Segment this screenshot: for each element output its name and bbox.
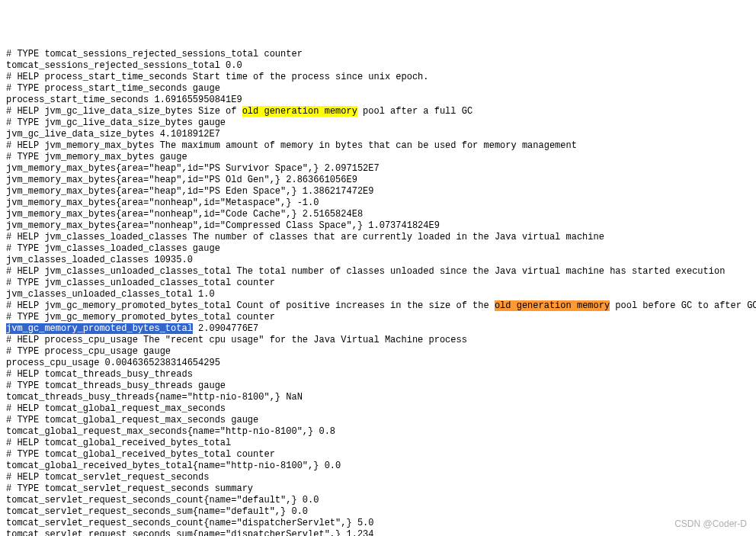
text-segment: process_start_time_seconds 1.69165595084… xyxy=(6,95,242,105)
text-line: # TYPE process_start_time_seconds gauge xyxy=(6,83,750,95)
text-segment: # TYPE tomcat_sessions_rejected_sessions… xyxy=(6,49,303,59)
text-line: process_start_time_seconds 1.69165595084… xyxy=(6,95,750,106)
text-line: # HELP tomcat_global_received_bytes_tota… xyxy=(6,438,750,449)
text-segment: # HELP tomcat_threads_busy_threads xyxy=(6,369,193,380)
text-segment: jvm_classes_unloaded_classes_total 1.0 xyxy=(6,289,215,300)
text-line: jvm_memory_max_bytes{area="heap",id="PS … xyxy=(6,186,750,197)
text-segment: # HELP process_start_time_seconds Start … xyxy=(6,72,429,82)
text-line: jvm_memory_max_bytes{area="nonheap",id="… xyxy=(6,209,750,220)
text-segment: jvm_memory_max_bytes{area="nonheap",id="… xyxy=(6,197,319,208)
text-line: jvm_gc_live_data_size_bytes 4.1018912E7 xyxy=(6,129,750,140)
text-segment: process_cpu_usage 0.0046365238314654295 xyxy=(6,358,220,368)
text-line: jvm_classes_unloaded_classes_total 1.0 xyxy=(6,289,750,300)
text-segment: # HELP jvm_memory_max_bytes The maximum … xyxy=(6,140,577,151)
text-segment: 2.0904776E7 xyxy=(193,323,258,334)
text-segment: # HELP jvm_gc_live_data_size_bytes Size … xyxy=(6,106,242,117)
text-line: # TYPE tomcat_global_request_max_seconds… xyxy=(6,415,750,426)
text-segment: # TYPE jvm_gc_live_data_size_bytes gauge xyxy=(6,117,226,128)
text-segment: # TYPE jvm_classes_loaded_classes gauge xyxy=(6,243,220,254)
text-line: jvm_memory_max_bytes{area="nonheap",id="… xyxy=(6,220,750,232)
text-line: jvm_memory_max_bytes{area="nonheap",id="… xyxy=(6,197,750,209)
text-segment: pool before GC to after GC xyxy=(610,300,756,311)
text-segment: # HELP tomcat_global_request_max_seconds xyxy=(6,403,226,414)
text-line: # HELP jvm_gc_live_data_size_bytes Size … xyxy=(6,106,750,117)
text-line: # HELP jvm_gc_memory_promoted_bytes_tota… xyxy=(6,300,750,312)
text-segment: # HELP jvm_gc_memory_promoted_bytes_tota… xyxy=(6,300,495,311)
text-line: tomcat_global_received_bytes_total{name=… xyxy=(6,461,750,472)
text-line: jvm_classes_loaded_classes 10935.0 xyxy=(6,255,750,266)
text-segment: tomcat_global_request_max_seconds{name="… xyxy=(6,426,335,437)
text-line: # HELP process_cpu_usage The "recent cpu… xyxy=(6,335,750,346)
text-line: tomcat_servlet_request_seconds_count{nam… xyxy=(6,495,750,506)
text-segment: jvm_memory_max_bytes{area="heap",id="PS … xyxy=(6,163,380,174)
text-segment: # TYPE process_cpu_usage gauge xyxy=(6,346,171,357)
text-segment: # TYPE tomcat_threads_busy_threads gauge xyxy=(6,380,226,391)
text-line: # HELP jvm_classes_loaded_classes The nu… xyxy=(6,232,750,243)
text-line: tomcat_servlet_request_seconds_sum{name=… xyxy=(6,506,750,518)
text-line: # HELP tomcat_servlet_request_seconds xyxy=(6,472,750,483)
text-segment: tomcat_servlet_request_seconds_sum{name=… xyxy=(6,506,308,517)
text-segment: tomcat_servlet_request_seconds_count{nam… xyxy=(6,495,319,506)
text-segment: # TYPE tomcat_servlet_request_seconds su… xyxy=(6,483,253,494)
text-line: # TYPE tomcat_threads_busy_threads gauge xyxy=(6,380,750,392)
text-segment: # HELP jvm_classes_unloaded_classes_tota… xyxy=(6,266,725,277)
text-segment: pool after a full GC xyxy=(357,106,472,117)
text-segment: # TYPE jvm_gc_memory_promoted_bytes_tota… xyxy=(6,312,275,323)
text-segment: tomcat_servlet_request_seconds_count{nam… xyxy=(6,518,373,528)
text-line: # HELP tomcat_threads_busy_threads xyxy=(6,369,750,380)
text-segment: tomcat_servlet_request_seconds_sum{name=… xyxy=(6,529,373,536)
text-segment: tomcat_sessions_rejected_sessions_total … xyxy=(6,60,242,71)
text-line: # TYPE jvm_classes_loaded_classes gauge xyxy=(6,243,750,255)
watermark: CSDN @Coder-D xyxy=(674,518,747,530)
highlighted-text: jvm_gc_memory_promoted_bytes_total xyxy=(6,323,193,334)
highlighted-text: old generation memory xyxy=(242,106,357,117)
text-line: # HELP jvm_classes_unloaded_classes_tota… xyxy=(6,266,750,278)
text-segment: # TYPE jvm_classes_unloaded_classes_tota… xyxy=(6,278,275,288)
text-line: tomcat_threads_busy_threads{name="http-n… xyxy=(6,392,750,403)
text-line: process_cpu_usage 0.0046365238314654295 xyxy=(6,358,750,369)
text-line: tomcat_sessions_rejected_sessions_total … xyxy=(6,60,750,72)
text-segment: # TYPE tomcat_global_received_bytes_tota… xyxy=(6,449,275,460)
text-segment: jvm_memory_max_bytes{area="heap",id="PS … xyxy=(6,186,373,197)
text-segment: jvm_gc_live_data_size_bytes 4.1018912E7 xyxy=(6,129,220,140)
text-segment: # HELP jvm_classes_loaded_classes The nu… xyxy=(6,232,604,242)
text-line: # TYPE process_cpu_usage gauge xyxy=(6,346,750,358)
metrics-text-block: # TYPE tomcat_sessions_rejected_sessions… xyxy=(6,49,750,536)
text-segment: # HELP process_cpu_usage The "recent cpu… xyxy=(6,335,467,345)
text-line: # TYPE tomcat_sessions_rejected_sessions… xyxy=(6,49,750,60)
text-line: tomcat_global_request_max_seconds{name="… xyxy=(6,426,750,438)
text-line: # HELP tomcat_global_request_max_seconds xyxy=(6,403,750,415)
text-segment: jvm_memory_max_bytes{area="nonheap",id="… xyxy=(6,209,363,220)
text-line: # TYPE jvm_memory_max_bytes gauge xyxy=(6,152,750,163)
text-segment: # TYPE tomcat_global_request_max_seconds… xyxy=(6,415,258,425)
text-line: jvm_gc_memory_promoted_bytes_total 2.090… xyxy=(6,323,750,335)
text-segment: # TYPE jvm_memory_max_bytes gauge xyxy=(6,152,187,162)
text-segment: jvm_memory_max_bytes{area="heap",id="PS … xyxy=(6,175,357,185)
text-segment: tomcat_global_received_bytes_total{name=… xyxy=(6,461,341,471)
text-segment: jvm_memory_max_bytes{area="nonheap",id="… xyxy=(6,220,440,231)
text-line: jvm_memory_max_bytes{area="heap",id="PS … xyxy=(6,163,750,175)
text-line: # TYPE jvm_classes_unloaded_classes_tota… xyxy=(6,278,750,289)
text-segment: # TYPE process_start_time_seconds gauge xyxy=(6,83,220,94)
text-line: # TYPE tomcat_servlet_request_seconds su… xyxy=(6,483,750,495)
text-line: # HELP process_start_time_seconds Start … xyxy=(6,72,750,83)
text-line: jvm_memory_max_bytes{area="heap",id="PS … xyxy=(6,175,750,186)
text-segment: jvm_classes_loaded_classes 10935.0 xyxy=(6,255,193,265)
highlighted-text: old generation memory xyxy=(495,300,610,311)
text-line: # TYPE jvm_gc_memory_promoted_bytes_tota… xyxy=(6,312,750,323)
text-line: # HELP jvm_memory_max_bytes The maximum … xyxy=(6,140,750,152)
text-line: # TYPE jvm_gc_live_data_size_bytes gauge xyxy=(6,117,750,129)
text-line: tomcat_servlet_request_seconds_count{nam… xyxy=(6,518,750,529)
text-segment: tomcat_threads_busy_threads{name="http-n… xyxy=(6,392,303,403)
text-line: # TYPE tomcat_global_received_bytes_tota… xyxy=(6,449,750,461)
text-line: tomcat_servlet_request_seconds_sum{name=… xyxy=(6,529,750,536)
text-segment: # HELP tomcat_global_received_bytes_tota… xyxy=(6,438,231,448)
text-segment: # HELP tomcat_servlet_request_seconds xyxy=(6,472,209,483)
